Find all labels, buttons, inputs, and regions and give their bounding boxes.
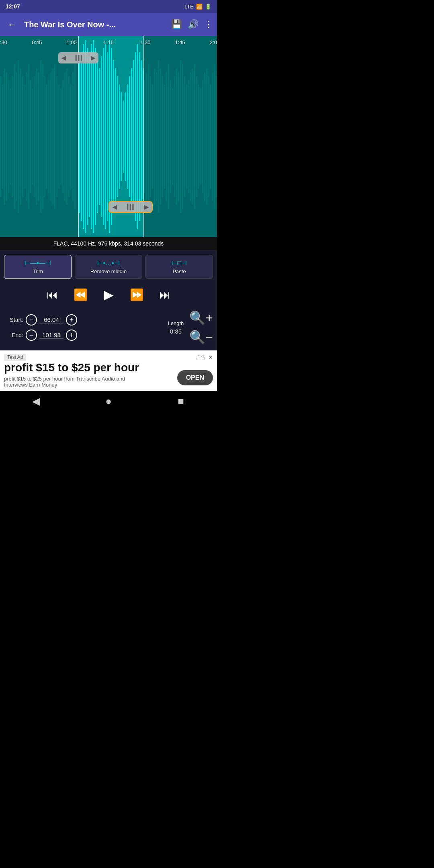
svg-rect-92 (111, 48, 112, 225)
svg-rect-49 (166, 72, 167, 201)
svg-rect-47 (162, 76, 163, 197)
ad-tag-row: Test Ad 广告 ✕ (4, 354, 213, 361)
svg-rect-21 (42, 64, 43, 209)
handle-bottom-left-arrow: ◀ (113, 204, 117, 210)
paste-button[interactable]: ⊢□⊣ Paste (145, 255, 213, 279)
end-increment-button[interactable]: + (66, 330, 77, 341)
end-row: End: − 101.98 + (4, 328, 165, 343)
tick-045: 0:45 (32, 39, 42, 45)
svg-rect-17 (34, 76, 35, 197)
svg-rect-85 (97, 60, 98, 213)
zoom-out-button[interactable]: 🔍− (189, 330, 213, 345)
start-decrement-button[interactable]: − (26, 314, 37, 326)
selection-handle-end[interactable]: ◀ ▶ (108, 201, 153, 213)
fast-forward-button[interactable]: ⏩ (127, 285, 147, 305)
sel-info-labels: Start: − 66.04 + End: − 101.98 + (4, 312, 165, 343)
waveform-container[interactable]: 0:30 0:45 1:00 1:15 1:30 1:45 2:00 (0, 36, 217, 237)
tick-145: 1:45 (175, 39, 185, 45)
svg-rect-41 (150, 76, 151, 197)
svg-rect-84 (95, 48, 96, 225)
handle-bottom-grip (127, 204, 134, 210)
ad-body: profit $15 to $25 per hour from Transcri… (4, 376, 141, 388)
zoom-in-icon: 🔍+ (189, 310, 213, 326)
playback-row: ⏮ ⏪ ▶ ⏩ ⏭ (4, 285, 213, 305)
trim-button[interactable]: ⊢—•—⊣ Trim (4, 255, 72, 279)
svg-rect-20 (40, 60, 41, 213)
selection-handle-start[interactable]: ◀ ▶ (58, 52, 98, 63)
svg-rect-78 (83, 44, 84, 229)
svg-rect-107 (141, 60, 142, 213)
svg-rect-16 (32, 88, 33, 185)
status-bar: 12:07 LTE 📶 🔋 (0, 0, 217, 13)
tick-130: 1:30 (140, 39, 150, 45)
signal-icon: 📶 (196, 4, 203, 10)
nav-bar: ◀ ● ■ (0, 391, 217, 412)
svg-rect-45 (158, 60, 159, 213)
svg-rect-48 (164, 84, 165, 189)
save-button[interactable]: 💾 (171, 19, 182, 30)
end-decrement-button[interactable]: − (26, 330, 37, 341)
svg-rect-99 (125, 92, 126, 181)
svg-rect-81 (89, 56, 90, 217)
svg-rect-54 (176, 68, 177, 205)
ad-close-button[interactable]: ✕ (208, 354, 213, 360)
length-value: 0:35 (170, 328, 182, 335)
ad-tag-label: 广告 (196, 354, 206, 361)
paste-icon: ⊢□⊣ (172, 259, 187, 267)
svg-rect-61 (190, 72, 191, 201)
nav-back-button[interactable]: ◀ (24, 391, 48, 412)
handle-grip (75, 55, 82, 61)
svg-rect-11 (22, 76, 23, 197)
more-button[interactable]: ⋮ (204, 19, 213, 30)
svg-rect-74 (216, 76, 217, 197)
svg-rect-31 (62, 80, 63, 193)
skip-back-button[interactable]: ⏮ (42, 285, 62, 305)
svg-rect-39 (146, 72, 147, 201)
ad-banner: Test Ad 广告 ✕ profit $15 to $25 per hour … (0, 350, 217, 391)
svg-rect-42 (152, 84, 153, 189)
svg-rect-22 (44, 76, 45, 197)
start-row: Start: − 66.04 + (4, 312, 165, 328)
svg-rect-15 (30, 80, 31, 193)
svg-rect-34 (68, 76, 70, 197)
trim-label: Trim (33, 268, 43, 274)
svg-rect-97 (121, 92, 122, 181)
svg-rect-82 (91, 44, 92, 229)
end-label: End: (4, 332, 23, 338)
play-button[interactable]: ▶ (98, 285, 119, 305)
svg-rect-44 (156, 72, 157, 201)
svg-rect-10 (20, 68, 21, 205)
svg-rect-25 (50, 72, 51, 201)
start-increment-button[interactable]: + (66, 314, 77, 326)
svg-rect-23 (46, 84, 47, 189)
svg-rect-55 (178, 72, 179, 201)
svg-rect-3 (6, 72, 7, 201)
skip-forward-button[interactable]: ⏭ (155, 285, 175, 305)
svg-rect-2 (4, 68, 5, 205)
svg-rect-18 (36, 68, 37, 205)
zoom-in-button[interactable]: 🔍+ (189, 310, 213, 326)
svg-rect-70 (208, 76, 209, 197)
nav-recent-button[interactable]: ■ (169, 391, 193, 412)
svg-rect-9 (18, 60, 19, 213)
rewind-icon: ⏪ (74, 288, 88, 301)
svg-rect-29 (58, 84, 59, 189)
remove-middle-button[interactable]: ⊢•…•⊣ Remove middle (75, 255, 142, 279)
svg-rect-37 (74, 64, 76, 209)
rewind-button[interactable]: ⏪ (70, 285, 90, 305)
tick-200: 2:00 (210, 39, 217, 45)
svg-rect-65 (198, 84, 199, 189)
handle-left-arrow: ◀ (61, 55, 66, 61)
ad-open-button[interactable]: OPEN (177, 370, 213, 385)
svg-rect-106 (139, 52, 140, 221)
nav-home-button[interactable]: ● (96, 391, 121, 412)
svg-rect-53 (174, 76, 175, 197)
back-button[interactable]: ← (4, 16, 20, 33)
skip-forward-icon: ⏭ (159, 288, 170, 301)
fast-forward-icon: ⏩ (130, 288, 144, 301)
trim-icon: ⊢—•—⊣ (25, 259, 51, 267)
selection-info-row: Start: − 66.04 + End: − 101.98 + Length … (4, 310, 213, 345)
svg-rect-62 (192, 68, 193, 205)
volume-button[interactable]: 🔊 (188, 19, 199, 30)
svg-rect-79 (85, 40, 86, 233)
